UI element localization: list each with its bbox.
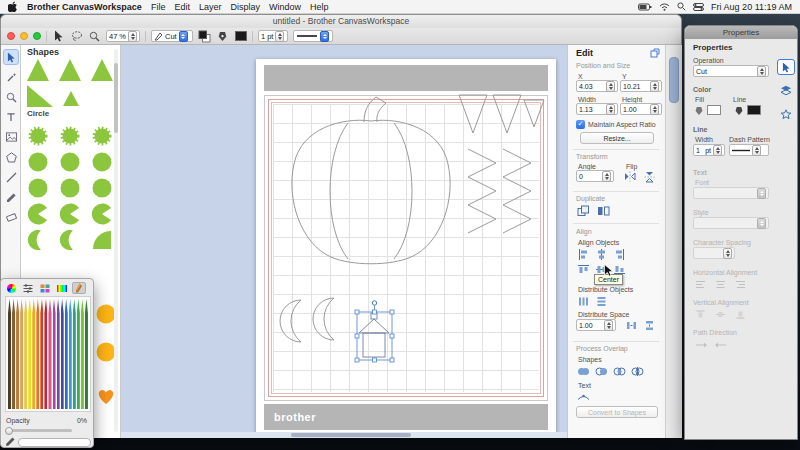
line-color-swatch[interactable]: [747, 105, 761, 115]
text-align-center-icon[interactable]: [713, 278, 728, 291]
canvas-area[interactable]: brother: [121, 45, 567, 438]
shape-item-circle[interactable]: [59, 177, 81, 199]
operation-dropdown-button[interactable]: [179, 31, 188, 42]
shape-item-burst-circle[interactable]: [59, 125, 81, 147]
align-top-icon[interactable]: [576, 263, 591, 276]
shape-item-burst-circle[interactable]: [91, 125, 113, 147]
shape-item-triangle[interactable]: [91, 59, 113, 81]
canvas-horizontal-scrollbar[interactable]: [121, 432, 567, 438]
shape-item-scallop-circle[interactable]: [91, 151, 113, 173]
triangle-shape-3[interactable]: [524, 100, 544, 127]
space-vertical-icon[interactable]: [642, 319, 657, 332]
divide-icon[interactable]: [630, 365, 645, 378]
color-palette-tab-icon[interactable]: [38, 282, 52, 294]
distribute-vertical-icon[interactable]: [594, 295, 609, 308]
lasso-tool-icon[interactable]: [70, 30, 83, 43]
line-pen-icon[interactable]: [731, 104, 746, 117]
properties-tab-favorites[interactable]: [777, 106, 795, 122]
shape-item-quarter[interactable]: [91, 229, 113, 251]
eyedropper-pencil-icon[interactable]: [5, 433, 15, 450]
canvas-scroll-thumb[interactable]: [291, 433, 411, 437]
font-select-button[interactable]: [757, 188, 766, 199]
minimize-button[interactable]: [20, 32, 28, 40]
edit-panel-scrollbar[interactable]: [665, 45, 682, 438]
zigzag-shape-1[interactable]: [468, 149, 496, 233]
mirror-duplicate-icon[interactable]: [596, 204, 611, 217]
zoom-tool[interactable]: [3, 89, 19, 105]
line-width-field[interactable]: 1pt: [693, 144, 725, 156]
window-titlebar[interactable]: untitled - Brother CanvasWorkspace: [1, 15, 681, 28]
angle-stepper[interactable]: [602, 171, 611, 182]
style-select[interactable]: [693, 217, 769, 229]
triangle-shape-1[interactable]: [459, 95, 487, 133]
x-stepper[interactable]: [606, 81, 615, 92]
shape-item-circle[interactable]: [27, 177, 49, 199]
shape-item-right-triangle[interactable]: [27, 85, 53, 107]
shapes-panel-scrollbar[interactable]: [114, 49, 118, 432]
weld-icon[interactable]: [576, 365, 591, 378]
stroke-width-stepper[interactable]: [275, 31, 284, 42]
pumpkin-shape[interactable]: [292, 97, 450, 264]
selected-shape[interactable]: [359, 313, 389, 357]
properties-titlebar[interactable]: Properties: [685, 26, 797, 39]
wifi-icon[interactable]: [659, 3, 670, 11]
resize-handles[interactable]: [355, 310, 394, 362]
image-tool[interactable]: [3, 129, 19, 145]
x-field[interactable]: 4.03: [576, 80, 618, 92]
fill-pen-icon[interactable]: [691, 104, 706, 117]
intersect-icon[interactable]: [612, 365, 627, 378]
control-center-icon[interactable]: [693, 3, 704, 11]
align-right-icon[interactable]: [612, 248, 627, 261]
color-spectrum-tab-icon[interactable]: [55, 282, 69, 294]
maintain-aspect-checkbox[interactable]: [576, 120, 585, 129]
shape-item-scallop-circle[interactable]: [27, 151, 49, 173]
select-tool[interactable]: [3, 49, 19, 65]
pen-color-icon[interactable]: [216, 30, 229, 43]
stroke-color-swatch[interactable]: [234, 30, 247, 43]
magic-wand-tool[interactable]: [3, 69, 19, 85]
width-field[interactable]: 1.13: [576, 103, 618, 115]
fill-stroke-swatches-icon[interactable]: [198, 30, 211, 43]
eraser-tool[interactable]: [3, 209, 19, 225]
dash-pattern-stepper[interactable]: [752, 145, 761, 156]
search-icon[interactable]: [677, 2, 686, 11]
character-spacing-stepper[interactable]: [723, 248, 732, 259]
subtract-icon[interactable]: [594, 365, 609, 378]
character-spacing-field[interactable]: [693, 247, 735, 259]
align-left-icon[interactable]: [576, 248, 591, 261]
edit-panel-scroll-thumb[interactable]: [669, 57, 679, 103]
path-direction-ltr-icon[interactable]: [693, 338, 708, 351]
angle-field[interactable]: 0: [576, 170, 614, 182]
line-style-dropdown-button[interactable]: [320, 31, 329, 42]
canvas-page[interactable]: brother: [256, 59, 556, 433]
color-search-field[interactable]: [18, 438, 91, 447]
opacity-slider[interactable]: [6, 429, 72, 432]
shape-item-crescent[interactable]: [27, 229, 49, 251]
crescent-shape-2[interactable]: [313, 298, 334, 340]
distribute-space-field[interactable]: 1.00: [576, 319, 616, 331]
properties-tab-select[interactable]: [777, 59, 795, 75]
detach-panel-icon[interactable]: [650, 48, 660, 59]
close-button[interactable]: [7, 32, 15, 40]
draw-tool[interactable]: [3, 189, 19, 205]
shape-item-small-triangle[interactable]: [63, 91, 79, 106]
distribute-horizontal-icon[interactable]: [576, 295, 591, 308]
menubar-app-name[interactable]: Brother CanvasWorkspace: [27, 2, 142, 12]
shapes-panel-scroll-thumb[interactable]: [114, 63, 118, 133]
apple-menu-icon[interactable]: [8, 1, 18, 12]
text-align-right-icon[interactable]: [733, 278, 748, 291]
text-valign-top-icon[interactable]: [693, 308, 708, 321]
duplicate-icon[interactable]: [576, 204, 591, 217]
menu-window[interactable]: Window: [269, 2, 301, 12]
shape-item-burst-circle[interactable]: [27, 125, 49, 147]
convert-to-shapes-button[interactable]: Convert to Shapes: [576, 406, 658, 418]
zoom-window-button[interactable]: [33, 32, 41, 40]
y-field[interactable]: 10.21: [620, 80, 662, 92]
height-stepper[interactable]: [650, 104, 659, 115]
zoom-stepper[interactable]: [128, 31, 137, 42]
operation-select[interactable]: Cut: [693, 65, 769, 77]
shape-item-crescent[interactable]: [59, 229, 81, 251]
battery-icon[interactable]: [638, 3, 652, 11]
select-tool-icon[interactable]: [52, 30, 65, 43]
line-tool[interactable]: [3, 169, 19, 185]
